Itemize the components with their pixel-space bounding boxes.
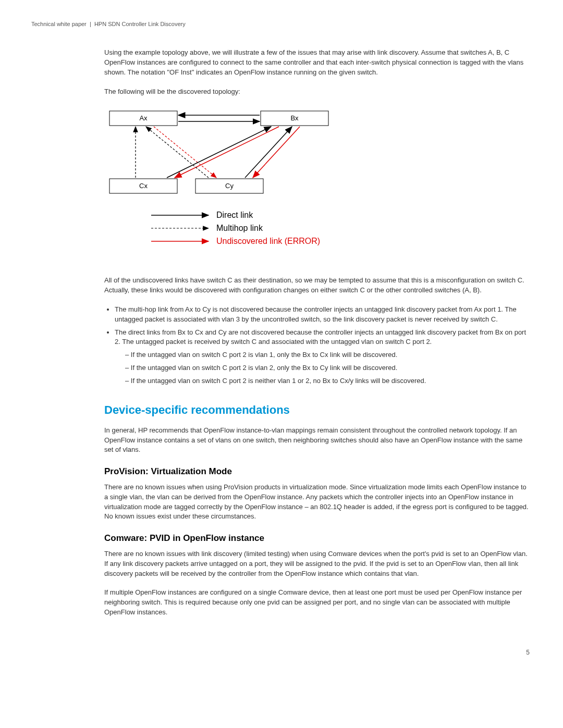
intro-paragraph-1: Using the example topology above, we wil… bbox=[104, 48, 532, 78]
sub-2: If the untagged vlan on switch C port 2 … bbox=[125, 363, 532, 373]
sub-3: If the untagged vlan on switch C port 2 … bbox=[125, 376, 532, 386]
subsection-1-heading: ProVision: Virtualization Mode bbox=[104, 465, 532, 478]
svg-line-10 bbox=[245, 127, 292, 178]
svg-line-11 bbox=[253, 127, 300, 178]
bullet-2-text: The direct links from Bx to Cx and Cy ar… bbox=[115, 328, 526, 346]
subsection-2-paragraph-1: There are no known issues with link disc… bbox=[104, 549, 532, 579]
svg-line-9 bbox=[175, 127, 279, 178]
node-bx: Bx bbox=[290, 114, 299, 122]
svg-line-8 bbox=[167, 127, 271, 178]
doc-title: HPN SDN Controller Link Discovery bbox=[94, 21, 186, 27]
legend-multihop: Multihop link bbox=[216, 224, 263, 232]
after-diagram-paragraph: All of the undiscovered links have switc… bbox=[104, 276, 532, 295]
doc-type: Technical white paper bbox=[31, 21, 87, 27]
sub-1: If the untagged vlan on switch C port 2 … bbox=[125, 350, 532, 360]
svg-line-12 bbox=[146, 127, 209, 178]
bullet-2: The direct links from Bx to Cx and Cy ar… bbox=[115, 328, 532, 386]
subsection-2-heading: Comware: PVID in OpenFlow instance bbox=[104, 532, 532, 545]
running-header: Technical white paper | HPN SDN Controll… bbox=[31, 21, 532, 27]
page: Technical white paper | HPN SDN Controll… bbox=[0, 0, 563, 677]
legend-error: Undiscovered link (ERROR) bbox=[216, 237, 320, 245]
section-intro: In general, HP recommends that OpenFlow … bbox=[104, 426, 532, 455]
topology-diagram: Ax Bx Cx Cy bbox=[104, 106, 532, 265]
diagram-svg: Ax Bx Cx Cy bbox=[104, 106, 354, 262]
section-heading: Device-specific recommendations bbox=[104, 402, 532, 418]
svg-line-7 bbox=[154, 127, 216, 178]
subsection-2-paragraph-2: If multiple OpenFlow instances are confi… bbox=[104, 588, 532, 618]
bullet-1: The multi-hop link from Ax to Cy is not … bbox=[115, 305, 532, 325]
node-cy: Cy bbox=[225, 182, 234, 190]
issue-bullets: The multi-hop link from Ax to Cy is not … bbox=[104, 305, 532, 386]
intro-paragraph-2: The following will be the discovered top… bbox=[104, 87, 532, 97]
node-cx: Cx bbox=[139, 182, 148, 190]
subsection-1-paragraph: There are no known issues when using Pro… bbox=[104, 483, 532, 522]
bullet-2-sublist: If the untagged vlan on switch C port 2 … bbox=[115, 350, 532, 386]
content-column: Using the example topology above, we wil… bbox=[104, 48, 532, 618]
page-number: 5 bbox=[31, 649, 532, 656]
legend-direct: Direct link bbox=[216, 211, 253, 219]
node-ax: Ax bbox=[139, 114, 148, 122]
